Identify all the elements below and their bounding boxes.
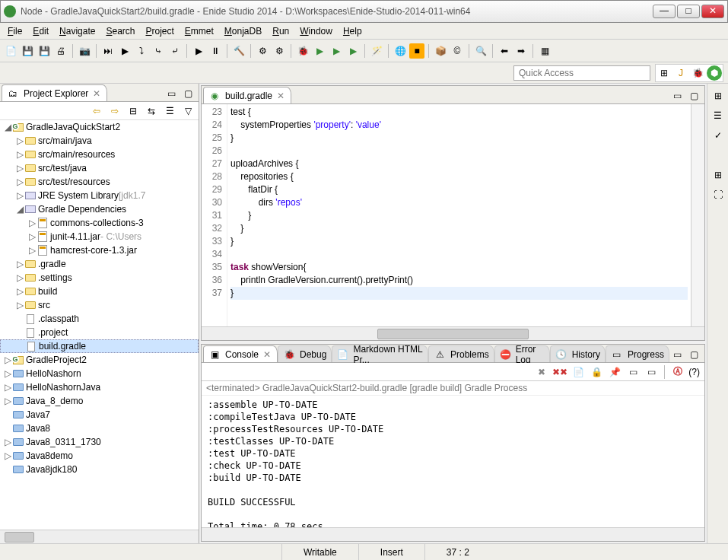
- close-button[interactable]: ✕: [701, 5, 724, 18]
- tab-error-log[interactable]: ⛔Error Log: [494, 345, 550, 362]
- menu-search[interactable]: Search: [101, 24, 139, 38]
- perspective-switcher[interactable]: ⊞ J 🐞 ⬢: [655, 64, 723, 82]
- run-icon[interactable]: ▶: [312, 43, 327, 59]
- tab-debug[interactable]: 🐞Debug: [278, 345, 332, 362]
- tree-node[interactable]: ▷commons-collections-3: [0, 216, 199, 230]
- restore-icon[interactable]: ⊞: [711, 88, 726, 103]
- coverage-icon[interactable]: ▶: [345, 43, 361, 59]
- explorer-hscroll[interactable]: [0, 530, 199, 543]
- new-icon[interactable]: 📄: [3, 43, 18, 59]
- console-output[interactable]: :assemble UP-TO-DATE :compileTestJava UP…: [202, 396, 704, 527]
- print-icon[interactable]: 🖨: [53, 43, 68, 59]
- menu-edit[interactable]: Edit: [28, 24, 53, 38]
- view-menu-icon[interactable]: ▽: [180, 103, 196, 119]
- forward-nav-icon[interactable]: ⇨: [107, 103, 122, 119]
- editor-vscroll[interactable]: [691, 104, 704, 326]
- highlight-icon[interactable]: ■: [409, 43, 424, 59]
- tree-node[interactable]: ▷src/main/resources: [0, 148, 199, 161]
- skip-icon[interactable]: ⏭: [100, 43, 116, 59]
- expand-icon[interactable]: ⛶: [711, 187, 726, 202]
- back-icon[interactable]: ⬅: [497, 43, 512, 59]
- tree-node[interactable]: ▷src/main/java: [0, 134, 199, 148]
- wand-icon[interactable]: 🪄: [369, 43, 384, 59]
- tree-node[interactable]: ▷src/test/resources: [0, 175, 199, 189]
- tree-node[interactable]: ▷.gradle: [0, 257, 199, 271]
- forward-icon[interactable]: ➡: [513, 43, 529, 59]
- step-return-icon[interactable]: ⤶: [167, 43, 183, 59]
- tree-node[interactable]: ▷Java8demo: [0, 449, 199, 463]
- node-perspective-icon[interactable]: ⬢: [707, 65, 722, 81]
- tree-node[interactable]: ◢Gradle Dependencies: [0, 202, 199, 216]
- restore2-icon[interactable]: ⊞: [711, 167, 726, 183]
- tab-history[interactable]: 🕓History: [550, 345, 606, 362]
- gear-icon[interactable]: ⚙: [255, 43, 270, 59]
- remove-launch-icon[interactable]: ✖: [534, 364, 549, 380]
- close-icon[interactable]: ✕: [91, 88, 102, 99]
- close-icon[interactable]: ✕: [262, 349, 272, 360]
- menu-help[interactable]: Help: [339, 24, 367, 38]
- tree-node[interactable]: Java8jdk180: [0, 463, 199, 476]
- debug-pause-icon[interactable]: ⏸: [208, 43, 223, 59]
- tree-node[interactable]: ▷Java8_0311_1730: [0, 435, 199, 449]
- new-class-icon[interactable]: ©: [450, 43, 465, 59]
- minimize-view-icon[interactable]: ▭: [164, 86, 179, 101]
- tab-build-gradle[interactable]: ◉ build.gradle ✕: [203, 87, 291, 103]
- menu-project[interactable]: Project: [141, 24, 178, 38]
- quick-access-input[interactable]: [513, 65, 650, 81]
- tree-node[interactable]: ▷GradleProject2: [0, 353, 199, 367]
- scroll-lock-icon[interactable]: 🔒: [589, 364, 604, 380]
- console-hscroll[interactable]: [202, 527, 704, 541]
- step-over-icon[interactable]: ⤵: [134, 43, 149, 59]
- maximize-console-icon[interactable]: ▢: [686, 347, 701, 362]
- gear2-icon[interactable]: ⚙: [272, 43, 287, 59]
- filter-explorer-icon[interactable]: ☰: [162, 103, 177, 119]
- menu-emmet[interactable]: Emmet: [180, 24, 218, 38]
- tree-node[interactable]: ▷Java_8_demo: [0, 394, 199, 408]
- debug-icon[interactable]: 🐞: [295, 43, 310, 59]
- tree-node[interactable]: .classpath: [0, 312, 199, 326]
- debug-resume-icon[interactable]: ▶: [191, 43, 206, 59]
- tab-console[interactable]: ▣Console✕: [203, 345, 278, 362]
- tree-node[interactable]: Java7: [0, 408, 199, 422]
- project-tree[interactable]: ◢GradleJavaQuickStart2▷src/main/java▷src…: [0, 120, 199, 530]
- tab-problems[interactable]: ⚠Problems: [428, 345, 494, 362]
- tree-node[interactable]: build.gradle: [0, 339, 199, 353]
- display-selected-icon[interactable]: ▭: [625, 364, 641, 380]
- menu-window[interactable]: Window: [295, 24, 337, 38]
- menu-monjadb[interactable]: MonjaDB: [220, 24, 266, 38]
- menu-run[interactable]: Run: [268, 24, 294, 38]
- run-last-icon[interactable]: ▶: [329, 43, 344, 59]
- open-console-icon[interactable]: ▭: [644, 364, 659, 380]
- globe-icon[interactable]: 🌐: [393, 43, 408, 59]
- maximize-button[interactable]: □: [677, 5, 700, 18]
- task-list-icon[interactable]: ✓: [711, 128, 726, 143]
- tree-node[interactable]: ▷.settings: [0, 271, 199, 285]
- code-editor[interactable]: 232425262728293031323334353637 test { sy…: [202, 104, 704, 326]
- tab-progress[interactable]: ▭Progress: [606, 345, 669, 362]
- tree-node[interactable]: ▷JRE System Library [jdk1.7: [0, 189, 199, 202]
- tree-node[interactable]: Java8: [0, 422, 199, 435]
- code-area[interactable]: test { systemProperties 'property': 'val…: [227, 104, 691, 326]
- tab-project-explorer[interactable]: 🗂 Project Explorer ✕: [2, 84, 107, 101]
- tree-node[interactable]: ▷HelloNashorn: [0, 367, 199, 380]
- collapse-all-icon[interactable]: ⊟: [126, 103, 141, 119]
- tab-markdown-html-pr-[interactable]: 📄Markdown HTML Pr...: [332, 345, 428, 362]
- tree-node[interactable]: ◢GradleJavaQuickStart2: [0, 120, 199, 134]
- tree-node[interactable]: ▷junit-4.11.jar - C:\Users: [0, 230, 199, 243]
- remove-all-icon[interactable]: ✖✖: [552, 364, 567, 380]
- link-editor-icon[interactable]: ⇆: [144, 103, 159, 119]
- help-button[interactable]: (?): [688, 367, 700, 377]
- tree-node[interactable]: ▷src: [0, 298, 199, 312]
- menu-file[interactable]: File: [3, 24, 27, 38]
- tree-node[interactable]: .project: [0, 326, 199, 339]
- back-nav-icon[interactable]: ⇦: [89, 103, 104, 119]
- minimize-console-icon[interactable]: ▭: [669, 347, 685, 362]
- java-perspective-icon[interactable]: J: [673, 65, 688, 81]
- outline-icon[interactable]: ☰: [711, 108, 726, 123]
- tree-node[interactable]: ▷HelloNashornJava: [0, 380, 199, 394]
- save-all-icon[interactable]: 💾: [37, 43, 52, 59]
- tree-node[interactable]: ▷hamcrest-core-1.3.jar: [0, 243, 199, 257]
- play-script-icon[interactable]: ▶: [117, 43, 132, 59]
- close-icon[interactable]: ✕: [275, 91, 286, 101]
- tree-node[interactable]: ▷build: [0, 285, 199, 298]
